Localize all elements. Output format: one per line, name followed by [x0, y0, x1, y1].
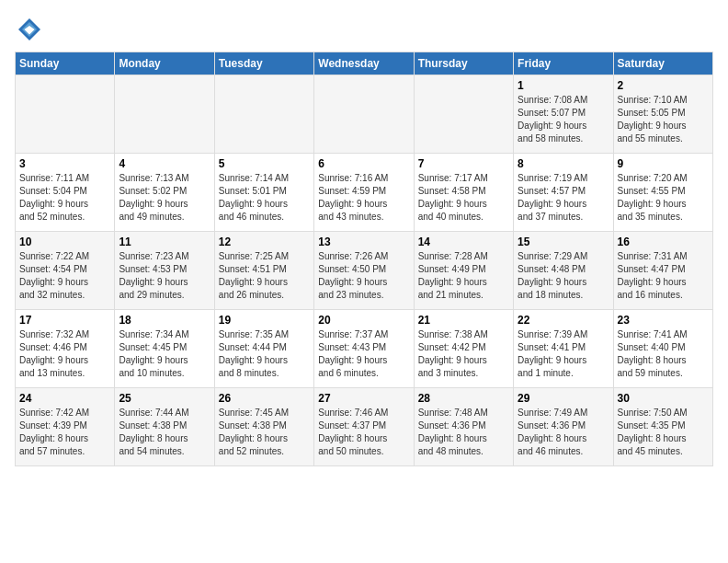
- day-info: Sunrise: 7:42 AM Sunset: 4:39 PM Dayligh…: [19, 407, 110, 458]
- logo-icon: [15, 15, 44, 44]
- day-number: 15: [518, 236, 609, 248]
- calendar-table: SundayMondayTuesdayWednesdayThursdayFrid…: [15, 52, 713, 466]
- day-info: Sunrise: 7:35 AM Sunset: 4:44 PM Dayligh…: [219, 328, 310, 380]
- weekday-header-thursday: Thursday: [414, 52, 513, 75]
- day-info: Sunrise: 7:13 AM Sunset: 5:02 PM Dayligh…: [119, 172, 210, 224]
- calendar-cell: 20Sunrise: 7:37 AM Sunset: 4:43 PM Dayli…: [314, 310, 414, 388]
- day-number: 9: [618, 157, 709, 170]
- day-info: Sunrise: 7:11 AM Sunset: 5:04 PM Dayligh…: [19, 172, 110, 224]
- day-info: Sunrise: 7:25 AM Sunset: 4:51 PM Dayligh…: [219, 250, 310, 302]
- day-info: Sunrise: 7:17 AM Sunset: 4:58 PM Dayligh…: [418, 172, 509, 224]
- calendar-week-2: 10Sunrise: 7:22 AM Sunset: 4:54 PM Dayli…: [16, 232, 713, 310]
- calendar-cell: 2Sunrise: 7:10 AM Sunset: 5:05 PM Daylig…: [613, 75, 712, 154]
- day-info: Sunrise: 7:26 AM Sunset: 4:50 PM Dayligh…: [318, 250, 409, 302]
- day-info: Sunrise: 7:22 AM Sunset: 4:54 PM Dayligh…: [19, 250, 110, 302]
- day-info: Sunrise: 7:50 AM Sunset: 4:35 PM Dayligh…: [618, 407, 709, 458]
- calendar-week-0: 1Sunrise: 7:08 AM Sunset: 5:07 PM Daylig…: [16, 75, 713, 154]
- day-number: 8: [518, 157, 609, 170]
- weekday-header-saturday: Saturday: [613, 52, 712, 75]
- calendar-cell: 26Sunrise: 7:45 AM Sunset: 4:38 PM Dayli…: [214, 388, 313, 466]
- calendar-cell: [16, 75, 115, 154]
- calendar-week-4: 24Sunrise: 7:42 AM Sunset: 4:39 PM Dayli…: [16, 388, 713, 466]
- calendar-cell: 18Sunrise: 7:34 AM Sunset: 4:45 PM Dayli…: [115, 310, 214, 388]
- day-info: Sunrise: 7:19 AM Sunset: 4:57 PM Dayligh…: [518, 172, 609, 224]
- calendar-cell: 1Sunrise: 7:08 AM Sunset: 5:07 PM Daylig…: [514, 75, 613, 154]
- day-number: 7: [418, 157, 509, 170]
- day-number: 23: [618, 314, 709, 327]
- day-number: 2: [618, 79, 709, 92]
- calendar-cell: 13Sunrise: 7:26 AM Sunset: 4:50 PM Dayli…: [314, 232, 414, 310]
- calendar-cell: 17Sunrise: 7:32 AM Sunset: 4:46 PM Dayli…: [16, 310, 115, 388]
- day-number: 16: [618, 236, 709, 248]
- calendar-cell: 30Sunrise: 7:50 AM Sunset: 4:35 PM Dayli…: [613, 388, 712, 466]
- day-number: 25: [119, 392, 210, 405]
- calendar-cell: 10Sunrise: 7:22 AM Sunset: 4:54 PM Dayli…: [16, 232, 115, 310]
- day-number: 3: [19, 157, 110, 170]
- day-info: Sunrise: 7:14 AM Sunset: 5:01 PM Dayligh…: [219, 172, 310, 224]
- calendar-cell: 23Sunrise: 7:41 AM Sunset: 4:40 PM Dayli…: [613, 310, 712, 388]
- day-number: 17: [19, 314, 110, 327]
- day-info: Sunrise: 7:34 AM Sunset: 4:45 PM Dayligh…: [119, 328, 210, 380]
- calendar-cell: 27Sunrise: 7:46 AM Sunset: 4:37 PM Dayli…: [314, 388, 414, 466]
- calendar-cell: 11Sunrise: 7:23 AM Sunset: 4:53 PM Dayli…: [115, 232, 214, 310]
- day-number: 30: [618, 392, 709, 405]
- day-info: Sunrise: 7:44 AM Sunset: 4:38 PM Dayligh…: [119, 407, 210, 458]
- day-info: Sunrise: 7:37 AM Sunset: 4:43 PM Dayligh…: [318, 328, 409, 380]
- day-number: 21: [418, 314, 509, 327]
- day-number: 13: [318, 236, 409, 248]
- day-number: 29: [518, 392, 609, 405]
- calendar-cell: [414, 75, 513, 154]
- day-info: Sunrise: 7:23 AM Sunset: 4:53 PM Dayligh…: [119, 250, 210, 302]
- day-number: 24: [19, 392, 110, 405]
- day-number: 11: [119, 236, 210, 248]
- day-number: 18: [119, 314, 210, 327]
- day-info: Sunrise: 7:45 AM Sunset: 4:38 PM Dayligh…: [219, 407, 310, 458]
- day-number: 28: [418, 392, 509, 405]
- day-number: 19: [219, 314, 310, 327]
- day-info: Sunrise: 7:48 AM Sunset: 4:36 PM Dayligh…: [418, 407, 509, 458]
- day-number: 10: [19, 236, 110, 248]
- day-info: Sunrise: 7:16 AM Sunset: 4:59 PM Dayligh…: [318, 172, 409, 224]
- calendar-cell: 14Sunrise: 7:28 AM Sunset: 4:49 PM Dayli…: [414, 232, 513, 310]
- day-info: Sunrise: 7:08 AM Sunset: 5:07 PM Dayligh…: [518, 94, 609, 145]
- calendar-cell: 16Sunrise: 7:31 AM Sunset: 4:47 PM Dayli…: [613, 232, 712, 310]
- calendar-cell: [214, 75, 313, 154]
- calendar-cell: 12Sunrise: 7:25 AM Sunset: 4:51 PM Dayli…: [214, 232, 313, 310]
- day-number: 6: [318, 157, 409, 170]
- day-number: 12: [219, 236, 310, 248]
- weekday-header-tuesday: Tuesday: [214, 52, 313, 75]
- day-number: 26: [219, 392, 310, 405]
- day-number: 22: [518, 314, 609, 327]
- calendar-body: 1Sunrise: 7:08 AM Sunset: 5:07 PM Daylig…: [16, 75, 713, 466]
- day-number: 27: [318, 392, 409, 405]
- day-info: Sunrise: 7:41 AM Sunset: 4:40 PM Dayligh…: [618, 328, 709, 380]
- calendar-cell: 5Sunrise: 7:14 AM Sunset: 5:01 PM Daylig…: [214, 154, 313, 232]
- calendar-cell: 19Sunrise: 7:35 AM Sunset: 4:44 PM Dayli…: [214, 310, 313, 388]
- day-info: Sunrise: 7:46 AM Sunset: 4:37 PM Dayligh…: [318, 407, 409, 458]
- calendar-header: SundayMondayTuesdayWednesdayThursdayFrid…: [16, 52, 713, 75]
- day-info: Sunrise: 7:31 AM Sunset: 4:47 PM Dayligh…: [618, 250, 709, 302]
- day-number: 4: [119, 157, 210, 170]
- day-info: Sunrise: 7:32 AM Sunset: 4:46 PM Dayligh…: [19, 328, 110, 380]
- calendar-cell: 9Sunrise: 7:20 AM Sunset: 4:55 PM Daylig…: [613, 154, 712, 232]
- calendar-cell: 22Sunrise: 7:39 AM Sunset: 4:41 PM Dayli…: [514, 310, 613, 388]
- calendar-cell: 3Sunrise: 7:11 AM Sunset: 5:04 PM Daylig…: [16, 154, 115, 232]
- calendar-cell: [115, 75, 214, 154]
- calendar-cell: 21Sunrise: 7:38 AM Sunset: 4:42 PM Dayli…: [414, 310, 513, 388]
- calendar-cell: 8Sunrise: 7:19 AM Sunset: 4:57 PM Daylig…: [514, 154, 613, 232]
- calendar-cell: 15Sunrise: 7:29 AM Sunset: 4:48 PM Dayli…: [514, 232, 613, 310]
- day-number: 5: [219, 157, 310, 170]
- day-info: Sunrise: 7:49 AM Sunset: 4:36 PM Dayligh…: [518, 407, 609, 458]
- day-info: Sunrise: 7:28 AM Sunset: 4:49 PM Dayligh…: [418, 250, 509, 302]
- calendar-cell: [314, 75, 414, 154]
- day-number: 14: [418, 236, 509, 248]
- header: [15, 15, 713, 44]
- day-info: Sunrise: 7:20 AM Sunset: 4:55 PM Dayligh…: [618, 172, 709, 224]
- calendar-cell: 25Sunrise: 7:44 AM Sunset: 4:38 PM Dayli…: [115, 388, 214, 466]
- day-info: Sunrise: 7:10 AM Sunset: 5:05 PM Dayligh…: [618, 94, 709, 145]
- calendar-week-3: 17Sunrise: 7:32 AM Sunset: 4:46 PM Dayli…: [16, 310, 713, 388]
- day-info: Sunrise: 7:38 AM Sunset: 4:42 PM Dayligh…: [418, 328, 509, 380]
- weekday-header-sunday: Sunday: [16, 52, 115, 75]
- calendar-cell: 28Sunrise: 7:48 AM Sunset: 4:36 PM Dayli…: [414, 388, 513, 466]
- weekday-header-monday: Monday: [115, 52, 214, 75]
